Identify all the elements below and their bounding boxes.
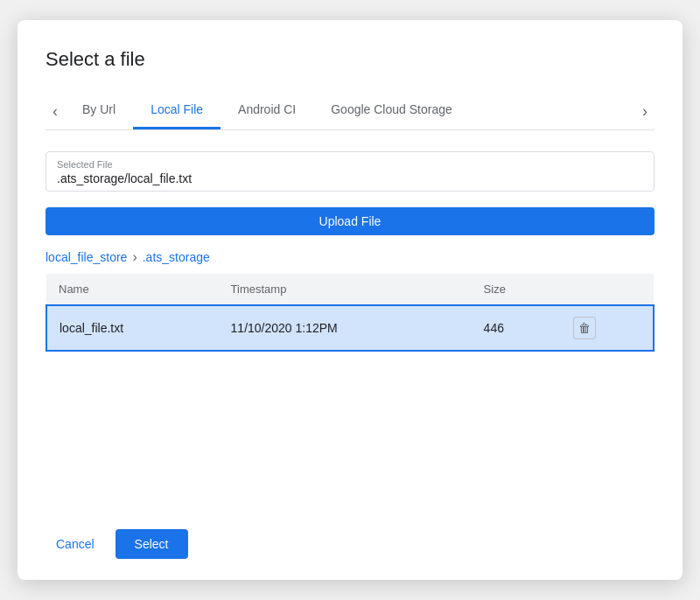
tab-by-url[interactable]: By Url [65,92,133,129]
selected-file-label: Selected File [57,159,643,170]
tab-next-button[interactable]: › [635,100,654,122]
tab-google-cloud-storage[interactable]: Google Cloud Storage [313,92,470,129]
file-actions: 🗑 [561,305,654,351]
selected-file-field: Selected File .ats_storage/local_file.tx… [46,151,654,192]
dialog-title: Select a file [46,48,654,71]
breadcrumb-separator: › [132,249,136,265]
select-file-dialog: Select a file ‹ By Url Local File Androi… [18,20,682,580]
breadcrumb: local_file_store › .ats_storage [46,249,654,265]
selected-file-value: .ats_storage/local_file.txt [57,171,643,185]
tab-local-file[interactable]: Local File [133,92,220,129]
file-table: Name Timestamp Size local_file.txt 11/10… [46,274,654,352]
breadcrumb-root[interactable]: local_file_store [46,250,127,264]
table-row[interactable]: local_file.txt 11/10/2020 1:12PM 446 🗑 [46,305,654,351]
tab-bar: ‹ By Url Local File Android CI Google Cl… [46,92,654,130]
upload-file-button[interactable]: Upload File [46,207,654,235]
delete-file-button[interactable]: 🗑 [573,317,596,339]
dialog-footer: Cancel Select [46,515,654,559]
tab-android-ci[interactable]: Android CI [220,92,313,129]
file-size: 446 [472,305,562,351]
column-header-size: Size [472,274,562,305]
trash-icon: 🗑 [578,321,591,335]
table-header-row: Name Timestamp Size [46,274,654,305]
column-header-name: Name [46,274,219,305]
tab-prev-button[interactable]: ‹ [46,100,65,122]
tabs-container: By Url Local File Android CI Google Clou… [65,92,635,129]
select-button[interactable]: Select [116,529,188,559]
file-timestamp: 11/10/2020 1:12PM [219,305,472,351]
file-name: local_file.txt [46,305,219,351]
column-header-actions [561,274,654,305]
column-header-timestamp: Timestamp [219,274,472,305]
cancel-button[interactable]: Cancel [46,530,105,558]
breadcrumb-current[interactable]: .ats_storage [143,250,210,264]
